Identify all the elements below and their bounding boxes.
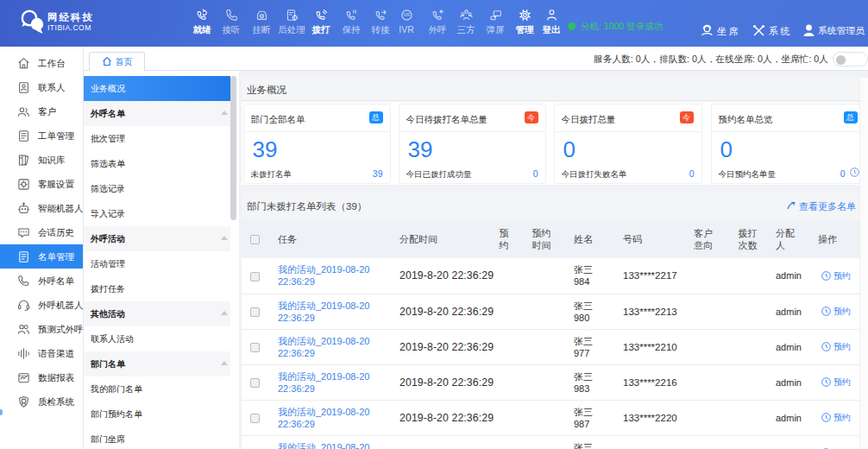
svg-text:IVR: IVR (403, 13, 410, 17)
